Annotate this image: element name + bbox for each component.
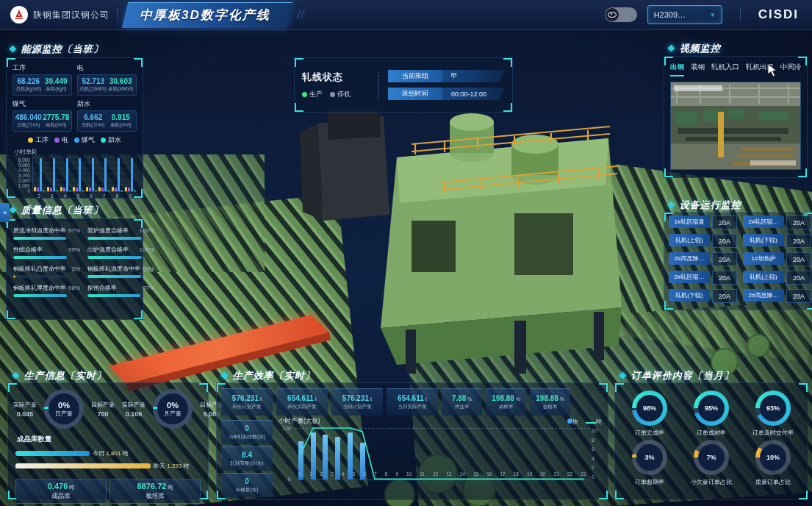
energy-bar xyxy=(125,187,127,191)
quality-value: 100% xyxy=(140,246,154,253)
hour-legend-item[interactable]: 块 xyxy=(567,418,578,426)
order-donut: 7% xyxy=(694,440,729,475)
stock-bar-row: 今日 1,801 吨 xyxy=(15,447,201,460)
quality-item: 钢板终轧厚度命中率98% xyxy=(13,284,80,297)
stock-bar-unit: 吨 xyxy=(123,450,129,457)
efficiency-stat-value: 654.611t xyxy=(398,394,427,402)
hour-ytick-right: 10 xyxy=(592,428,602,433)
energy-group-box: 52.713总耗(万kWh)30.603单耗(kWh/t) xyxy=(77,74,137,96)
quality-bar-fill xyxy=(13,294,67,297)
line-status-legend-item[interactable]: 生产 xyxy=(302,90,323,99)
quality-item: 钢板终轧凸度命中率3% xyxy=(13,265,80,278)
energy-metric-label: 总耗(kgce/t) xyxy=(15,86,43,93)
video-tab-轧机入口[interactable]: 轧机入口 xyxy=(711,63,739,76)
equipment-cell: 2#轧区辊…20A xyxy=(669,271,737,285)
efficiency-stat: 198.88%合格率 xyxy=(530,388,570,416)
energy-chart: 6,0005,0004,0003,0002,0001,0000 23456789 xyxy=(7,157,143,199)
production-panel: 实际产量0.0450%日产量目标产量700实际产量0.1060%月产量目标产量5… xyxy=(7,382,209,500)
energy-bar xyxy=(101,188,104,191)
efficiency-stat-label: 当日实际产量 xyxy=(398,404,427,410)
hour-chart-xaxis: 01234567891011121314151617181920212223 xyxy=(295,471,590,477)
line-status-legend: 生产停机 xyxy=(302,90,370,99)
efficiency-panel-title: ❖生产效率〔实时〕 xyxy=(220,369,315,382)
order-donut-cell: 95%订单成材率 xyxy=(681,391,741,437)
quality-label: 性能合格率 xyxy=(13,246,43,254)
stock-title: 成品库数量 xyxy=(8,430,208,446)
efficiency-panel: 576.231t班次计划产量654.611t班次实际产量576.231t当日计划… xyxy=(216,382,608,500)
energy-group-name: 工序 xyxy=(12,63,72,73)
stock-bar-label: 今日 xyxy=(93,450,104,457)
shift-dropdown[interactable]: H2309… ▼ xyxy=(647,5,722,24)
quality-bar-fill xyxy=(87,256,142,259)
efficiency-stat-label: 班次计划产量 xyxy=(233,404,262,410)
visibility-toggle[interactable] xyxy=(605,7,637,22)
orders-panel-title: ❖订单评价内容〔当月〕 xyxy=(619,369,734,382)
line-status-row: 班组时间00:00-12:00 xyxy=(388,88,505,100)
quality-item: 装炉温度合格率100% xyxy=(87,227,154,240)
efficiency-stat-label: 作业率 xyxy=(455,404,470,410)
energy-bar xyxy=(47,187,49,191)
energy-legend-item[interactable]: 新水 xyxy=(101,135,121,145)
hour-xtick: 22 xyxy=(567,471,572,477)
gauge-target: 目标产量700 xyxy=(87,401,118,418)
quality-panel-title: ❖质量信息〔当班〕 xyxy=(9,204,104,217)
hour-xtick: 16 xyxy=(486,471,492,477)
stock-bar-unit: 吨 xyxy=(183,463,189,469)
energy-legend-item-label: 煤气 xyxy=(82,135,95,145)
energy-metric: 6.662总耗(万m³) xyxy=(79,113,107,129)
panel-diamond-icon: ❖ xyxy=(9,44,18,54)
hour-xtick: 12 xyxy=(433,471,438,477)
line-status-row-value: 甲 xyxy=(442,70,505,82)
energy-xtick: 6 xyxy=(90,193,93,199)
production-gauges: 实际产量0.0450%日产量目标产量700实际产量0.1060%月产量目标产量5… xyxy=(8,383,208,430)
equipment-cell: 轧机(上辊)20A xyxy=(743,271,811,285)
quality-bar-track xyxy=(87,294,142,297)
efficiency-stat-label: 成材率 xyxy=(499,404,514,410)
energy-legend-item-swatch xyxy=(101,138,106,143)
energy-legend-item[interactable]: 电 xyxy=(54,135,68,145)
camera-feed[interactable] xyxy=(670,82,801,170)
video-tab-中间冷[interactable]: 中间冷 xyxy=(780,63,802,76)
energy-metric-value: 30.603 xyxy=(107,77,135,85)
store-value: 8876.72吨 xyxy=(137,482,173,491)
right-expand-arrow[interactable]: » xyxy=(800,206,811,222)
hour-xtick: 18 xyxy=(514,471,519,477)
energy-group: 工序68.226总耗(kgce/t)39.449单耗(kg/t) xyxy=(12,63,72,96)
order-donut-percent: 7% xyxy=(706,454,716,461)
top-header: 陕钢集团汉钢公司 中厚板3D数字化产线 // H2309… ▼ CISDI xyxy=(0,0,812,30)
energy-bar xyxy=(69,190,71,191)
hour-xtick: 19 xyxy=(527,471,532,477)
energy-ytick: 0 xyxy=(27,188,30,193)
hour-xtick: 6 xyxy=(363,471,366,477)
energy-group-name: 煤气 xyxy=(12,99,72,109)
energy-legend-item[interactable]: 煤气 xyxy=(74,135,95,145)
energy-bar xyxy=(95,190,97,191)
stock-bars: 今日 1,801 吨昨天 1,293 吨 xyxy=(8,446,208,474)
video-tab-出钢[interactable]: 出钢 xyxy=(670,63,684,76)
line-status-legend-item[interactable]: 停机 xyxy=(330,90,351,99)
order-donut-percent: 10% xyxy=(766,454,780,461)
efficiency-stat-unit: % xyxy=(560,396,564,402)
panel-diamond-icon: ❖ xyxy=(9,205,18,215)
hour-legend-item[interactable]: 吨 xyxy=(586,418,602,426)
equipment-label: 轧机(下辊) xyxy=(669,289,710,302)
energy-chart-yaxis: 6,0005,0004,0003,0002,0001,0000 xyxy=(11,157,32,191)
order-donut-hole: 3% xyxy=(636,444,663,471)
left-collapse-tab[interactable]: « xyxy=(0,203,10,222)
quality-bar-track xyxy=(87,256,142,259)
quality-bar-track xyxy=(13,294,68,297)
video-tab-装钢[interactable]: 装钢 xyxy=(691,63,705,76)
energy-group: 电52.713总耗(万kWh)30.603单耗(kWh/t) xyxy=(77,63,137,96)
energy-group-box: 486.040总耗(万m³)2775.78单耗(m³/t) xyxy=(12,110,72,132)
quality-panel: 层流冷却温度命中率97%装炉温度合格率100%性能合格率99%出炉温度合格率10… xyxy=(6,218,143,320)
hour-xtick: 7 xyxy=(374,471,377,477)
efficiency-stat-value: 654.611t xyxy=(287,394,317,402)
equipment-label: 轧机(上辊) xyxy=(669,234,710,246)
energy-xtick: 3 xyxy=(51,193,54,199)
hour-xtick: 3 xyxy=(331,471,334,477)
order-donut: 95% xyxy=(694,391,729,426)
order-donut-hole: 98% xyxy=(636,395,663,421)
equipment-cell: 1#加热炉20A xyxy=(743,252,811,266)
energy-legend-item[interactable]: 工序 xyxy=(28,135,48,145)
efficiency-side-stat-label: 当班轧制块数(块) xyxy=(229,434,265,441)
